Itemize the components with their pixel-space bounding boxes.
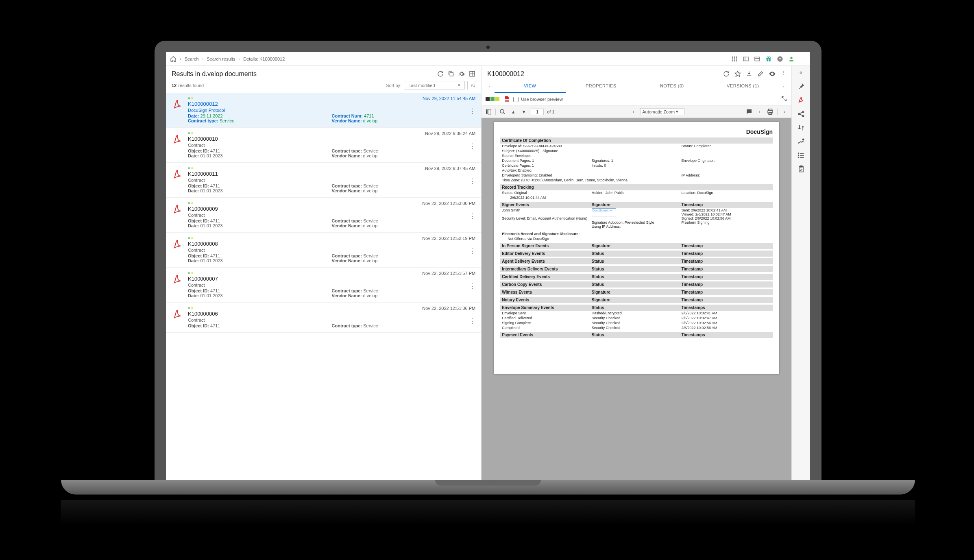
tab-notes[interactable]: NOTES (0) <box>636 79 707 93</box>
docusign-brand: DocuSign <box>500 129 773 135</box>
result-item[interactable]: ●●K100000012DocuSign ProtocolDate: 29.11… <box>166 93 481 128</box>
sort-direction-icon[interactable] <box>467 81 475 89</box>
panel-left-icon[interactable] <box>743 56 749 62</box>
svg-point-20 <box>790 57 792 59</box>
use-browser-checkbox[interactable]: Use browser preview <box>513 97 563 102</box>
comment-icon[interactable] <box>745 108 753 115</box>
results-title: Results in d.velop documents <box>172 70 437 78</box>
result-item[interactable]: ●●K100000008ContractObject ID: 4711Date:… <box>166 233 481 268</box>
result-timestamp: Nov 22, 2022 12:53:00 PM <box>422 201 475 206</box>
result-title[interactable]: K100000009 <box>188 206 475 212</box>
page-down-icon[interactable]: ▼ <box>520 108 527 115</box>
crumb-results[interactable]: Search results <box>207 57 235 61</box>
pin-icon[interactable] <box>797 82 805 90</box>
tab-prev-icon[interactable]: ‹ <box>485 84 495 89</box>
svg-point-42 <box>802 139 804 140</box>
expand-icon[interactable] <box>781 96 787 103</box>
panel-icon[interactable] <box>754 56 760 62</box>
copy-icon[interactable] <box>448 70 454 78</box>
result-item[interactable]: ●●K100000009ContractObject ID: 4711Date:… <box>166 198 481 233</box>
tab-view[interactable]: VIEW <box>495 79 565 93</box>
result-timestamp: Nov 29, 2022 9:38:24 AM <box>425 131 475 136</box>
home-icon[interactable] <box>170 56 176 62</box>
result-item[interactable]: ●●K100000011ContractObject ID: 4711Date:… <box>166 163 481 198</box>
result-item[interactable]: ●●K100000007ContractObject ID: 4711Date:… <box>166 268 481 303</box>
svg-line-40 <box>800 112 802 113</box>
result-more-icon[interactable]: ⋮ <box>469 212 475 220</box>
result-more-icon[interactable]: ⋮ <box>469 247 475 255</box>
sort-select[interactable]: Last modified ▾ <box>404 81 465 89</box>
crumb-search[interactable]: Search <box>185 57 199 61</box>
results-count: 12 <box>172 83 176 88</box>
tab-versions[interactable]: VERSIONS (1) <box>708 79 778 93</box>
collapse-rail-icon[interactable]: « <box>797 68 805 76</box>
more-icon[interactable]: ⋮ <box>800 56 806 62</box>
sign-icon[interactable] <box>797 137 805 146</box>
top-bar: ‹ Search › Search results › Details: K10… <box>166 52 810 66</box>
result-subtitle: Contract <box>188 213 475 218</box>
result-more-icon[interactable]: ⋮ <box>469 107 475 115</box>
star-icon[interactable] <box>734 70 741 78</box>
apps-icon[interactable] <box>731 56 738 62</box>
page-up-icon[interactable]: ▲ <box>510 108 517 115</box>
use-browser-label: Use browser preview <box>521 97 563 102</box>
share-icon[interactable] <box>797 110 805 118</box>
svg-rect-5 <box>736 58 737 59</box>
acrobat-icon[interactable] <box>797 96 805 104</box>
download-icon[interactable] <box>746 70 752 78</box>
svg-point-47 <box>798 155 799 156</box>
svg-rect-1 <box>734 57 735 58</box>
user-icon[interactable] <box>788 56 795 62</box>
refresh-icon[interactable] <box>723 70 730 78</box>
page-input[interactable] <box>531 109 544 115</box>
svg-rect-9 <box>743 57 748 61</box>
result-subtitle: Contract <box>188 248 475 253</box>
result-title[interactable]: K100000008 <box>188 241 475 247</box>
separator: ‹ <box>180 57 181 61</box>
result-timestamp: Nov 22, 2022 12:52:19 PM <box>422 236 475 241</box>
tab-properties[interactable]: PROPERTIES <box>566 79 636 93</box>
zoom-select[interactable]: Automatic Zoom ▾ <box>640 108 684 115</box>
svg-rect-8 <box>736 60 737 61</box>
status-dots <box>486 97 500 102</box>
result-title[interactable]: K100000012 <box>188 101 475 107</box>
result-item[interactable]: ●●K100000010ContractObject ID: 4711Date:… <box>166 128 481 163</box>
cert-title: Certificate Of Completion <box>500 137 773 144</box>
grid-view-icon[interactable] <box>469 70 475 78</box>
eye-icon[interactable] <box>769 70 776 78</box>
result-more-icon[interactable]: ⋮ <box>469 142 475 150</box>
crumb-details[interactable]: Details: K100000012 <box>243 57 285 61</box>
edit-icon[interactable] <box>757 70 764 78</box>
pdf-viewer[interactable]: DocuSign Certificate Of Completion Envel… <box>482 118 791 484</box>
result-subtitle: Contract <box>188 143 475 148</box>
svg-text:?: ? <box>779 57 781 61</box>
result-more-icon[interactable]: ⋮ <box>469 317 475 325</box>
result-more-icon[interactable]: ⋮ <box>469 177 475 185</box>
viewer-more-icon[interactable]: › <box>781 108 788 115</box>
refresh-icon[interactable] <box>437 70 444 78</box>
zoom-in-icon[interactable]: + <box>630 108 637 115</box>
add-icon[interactable]: + <box>756 108 763 115</box>
clipboard-icon[interactable] <box>797 165 805 173</box>
sidebar-toggle-icon[interactable] <box>485 108 492 115</box>
tab-next-icon[interactable]: › <box>778 84 788 89</box>
result-more-icon[interactable]: ⋮ <box>469 282 475 290</box>
swap-icon[interactable] <box>797 124 805 132</box>
more-icon[interactable]: ⋮ <box>781 70 786 78</box>
results-pane: Results in d.velop documents 12 results … <box>166 66 482 484</box>
use-browser-input[interactable] <box>513 97 519 102</box>
help-icon[interactable]: ? <box>777 56 783 62</box>
gift-icon[interactable] <box>765 56 772 62</box>
chevron-down-icon: ▾ <box>458 83 460 88</box>
search-icon[interactable] <box>499 108 506 115</box>
result-title[interactable]: K100000011 <box>188 171 475 177</box>
gear-icon[interactable] <box>458 70 465 78</box>
result-item[interactable]: ●●K100000006ContractObject ID: 4711Contr… <box>166 303 481 333</box>
result-title[interactable]: K100000010 <box>188 136 475 142</box>
result-title[interactable]: K100000006 <box>188 311 475 317</box>
list-icon[interactable] <box>797 151 805 159</box>
print-icon[interactable] <box>767 108 774 115</box>
result-title[interactable]: K100000007 <box>188 276 475 282</box>
zoom-out-icon[interactable]: − <box>615 108 623 115</box>
svg-rect-3 <box>732 58 733 59</box>
